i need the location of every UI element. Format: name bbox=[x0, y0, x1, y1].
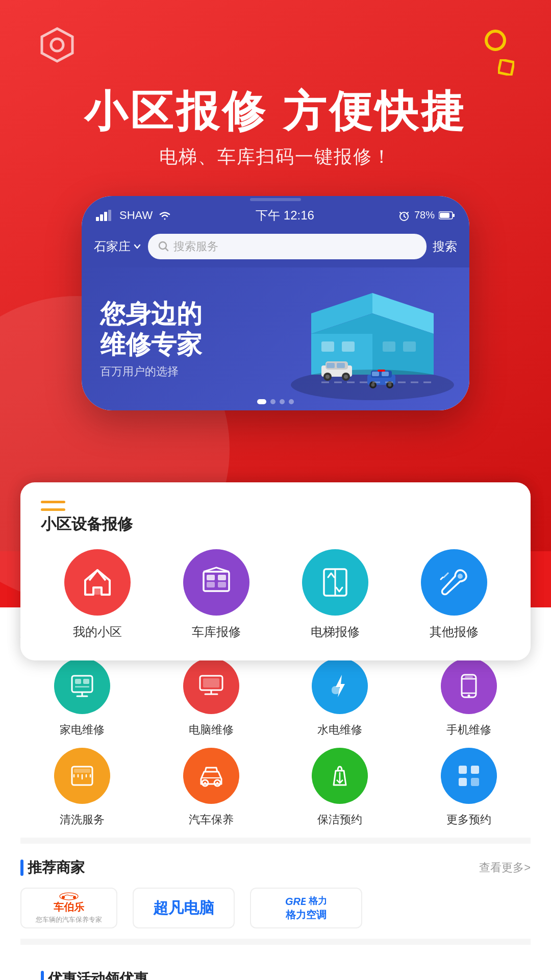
banner-sub-text: 百万用户的选择 bbox=[100, 364, 202, 379]
item-other[interactable]: 其他报修 bbox=[421, 549, 487, 640]
svg-rect-61 bbox=[462, 675, 476, 697]
hero-text-area: 小区报修 方便快捷 电梯、车库扫码一键报修！ bbox=[84, 87, 466, 169]
icon-washing bbox=[54, 748, 110, 804]
item-more[interactable]: 更多预约 bbox=[407, 748, 531, 827]
hero-title: 小区报修 方便快捷 bbox=[84, 87, 466, 136]
label-more: 更多预约 bbox=[446, 812, 491, 827]
icon-car-service bbox=[183, 748, 239, 804]
label-cleaning: 保洁预约 bbox=[317, 812, 362, 827]
banner-text-area: 您身边的 维修专家 百万用户的选择 bbox=[100, 299, 202, 379]
item-mobile[interactable]: 手机维修 bbox=[407, 658, 531, 738]
gree-logo-icon: GREE bbox=[285, 895, 306, 907]
brand-gree-logo: GREE 格力 bbox=[285, 895, 327, 907]
svg-rect-58 bbox=[203, 678, 219, 688]
svg-rect-7 bbox=[108, 210, 111, 221]
search-icon bbox=[158, 241, 169, 252]
svg-text:GREE: GREE bbox=[285, 896, 306, 907]
home-icon bbox=[81, 566, 114, 599]
svg-rect-52 bbox=[75, 679, 81, 684]
svg-rect-10 bbox=[440, 213, 449, 218]
phone-status-bar: SHAW 下午 12:16 bbox=[82, 202, 469, 229]
banner-main-text: 您身边的 维修专家 bbox=[100, 299, 202, 360]
svg-rect-67 bbox=[74, 769, 90, 773]
dot-2 bbox=[270, 399, 276, 404]
rec-title: 推荐商家 bbox=[20, 858, 85, 877]
icon-cleaning bbox=[312, 748, 368, 804]
svg-rect-11 bbox=[453, 214, 455, 217]
page-wrapper: 小区报修 方便快捷 电梯、车库扫码一键报修！ SHAW bbox=[0, 0, 551, 980]
svg-rect-42 bbox=[204, 572, 229, 591]
icon-circle-garage bbox=[183, 549, 249, 616]
search-button[interactable]: 搜索 bbox=[433, 238, 457, 255]
city-selector[interactable]: 石家庄 bbox=[94, 238, 142, 255]
brand-chelele-logo: 车伯乐 您车辆的汽车保养专家 bbox=[20, 888, 117, 928]
brand-gree[interactable]: GREE 格力 格力空调 bbox=[250, 888, 362, 928]
svg-rect-38 bbox=[382, 372, 389, 376]
recommended-section: 推荐商家 查看更多> 车伯乐 bbox=[20, 838, 531, 939]
rec-more[interactable]: 查看更多> bbox=[479, 860, 531, 875]
svg-point-85 bbox=[73, 896, 76, 899]
svg-rect-80 bbox=[471, 766, 479, 774]
brand-logos: 车伯乐 您车辆的汽车保养专家 超凡电脑 GREE bbox=[20, 888, 531, 928]
item-water-electric[interactable]: 水电维修 bbox=[278, 658, 402, 738]
svg-rect-6 bbox=[104, 212, 107, 221]
computer-icon bbox=[197, 672, 226, 700]
svg-point-34 bbox=[371, 383, 375, 386]
svg-point-50 bbox=[458, 574, 463, 579]
svg-rect-81 bbox=[459, 778, 467, 786]
brand-gree-product: 格力空调 bbox=[286, 908, 327, 922]
icon-computer bbox=[183, 658, 239, 714]
item-garage[interactable]: 车库报修 bbox=[183, 549, 249, 640]
label-washing: 清洗服务 bbox=[60, 812, 105, 827]
more-section-title: 优惠活动领优惠 bbox=[20, 957, 531, 980]
banner-dots bbox=[257, 399, 294, 404]
label-appliance: 家电维修 bbox=[60, 722, 105, 738]
item-appliance[interactable]: 家电维修 bbox=[20, 658, 144, 738]
item-cleaning[interactable]: 保洁预约 bbox=[278, 748, 402, 827]
svg-rect-5 bbox=[100, 214, 103, 221]
chevron-down-icon bbox=[133, 242, 142, 251]
svg-rect-65 bbox=[465, 676, 473, 678]
label-garage: 车库报修 bbox=[192, 624, 241, 640]
item-washing[interactable]: 清洗服务 bbox=[20, 748, 144, 827]
label-car-service: 汽车保养 bbox=[189, 812, 234, 827]
dot-4 bbox=[289, 399, 294, 404]
svg-rect-20 bbox=[383, 341, 395, 352]
svg-rect-41 bbox=[94, 586, 101, 595]
brand-chaofan-name: 超凡电脑 bbox=[153, 898, 214, 919]
icon-more bbox=[441, 748, 497, 804]
item-elevator[interactable]: 电梯报修 bbox=[302, 549, 368, 640]
search-placeholder: 搜索服务 bbox=[173, 239, 218, 254]
brand-chaofan[interactable]: 超凡电脑 bbox=[133, 888, 235, 928]
card-accent-line bbox=[41, 501, 65, 503]
city-name: 石家庄 bbox=[94, 238, 131, 255]
repair-card: 小区设备报修 我的小区 bbox=[20, 482, 531, 660]
svg-rect-29 bbox=[327, 363, 335, 368]
water-electric-icon bbox=[325, 672, 354, 700]
life-icon-grid: 家电维修 电脑维修 bbox=[20, 658, 531, 827]
item-computer[interactable]: 电脑维修 bbox=[149, 658, 273, 738]
battery-pct: 78% bbox=[414, 209, 435, 221]
label-computer: 电脑维修 bbox=[189, 722, 234, 738]
label-elevator: 电梯报修 bbox=[311, 624, 360, 640]
banner-illustration bbox=[281, 273, 464, 405]
svg-line-49 bbox=[441, 577, 443, 579]
svg-point-36 bbox=[388, 383, 392, 386]
item-car-service[interactable]: 汽车保养 bbox=[149, 748, 273, 827]
icon-circle-other bbox=[421, 549, 487, 616]
item-my-community[interactable]: 我的小区 bbox=[64, 549, 131, 640]
svg-rect-17 bbox=[372, 334, 434, 375]
cleaning-icon bbox=[325, 762, 354, 790]
svg-rect-21 bbox=[403, 341, 416, 352]
content-layer: 小区报修 方便快捷 电梯、车库扫码一键报修！ SHAW bbox=[0, 0, 551, 980]
search-input-box[interactable]: 搜索服务 bbox=[148, 234, 427, 259]
svg-point-76 bbox=[216, 782, 218, 784]
washing-icon bbox=[68, 762, 96, 790]
icon-water-electric bbox=[312, 658, 368, 714]
svg-rect-45 bbox=[207, 582, 215, 587]
icon-circle-elevator bbox=[302, 549, 368, 616]
phone-search-bar: 石家庄 搜索服务 搜索 bbox=[82, 229, 469, 267]
svg-rect-54 bbox=[75, 686, 89, 688]
more-section-area: 优惠活动领优惠 bbox=[20, 939, 531, 980]
brand-chelele[interactable]: 车伯乐 您车辆的汽车保养专家 bbox=[20, 888, 117, 928]
